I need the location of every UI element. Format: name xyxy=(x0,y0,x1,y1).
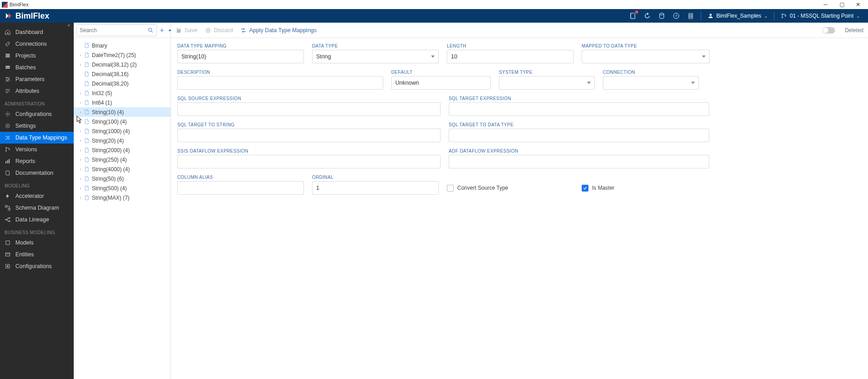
tree-item[interactable]: ›String(MAX) (7) xyxy=(74,193,171,202)
input-ordinal[interactable]: 1 xyxy=(312,181,439,195)
input-ssis-dataflow-expression[interactable] xyxy=(177,155,441,168)
tree-caret-icon[interactable]: › xyxy=(78,129,83,134)
tree-item[interactable]: ›String(1000) (4) xyxy=(74,126,171,136)
input-sql-target-expression[interactable] xyxy=(449,102,709,116)
checkbox-is-master[interactable]: Is Master xyxy=(582,181,708,195)
sidebar-item-settings[interactable]: Settings xyxy=(0,120,74,132)
sidebar-item-parameters[interactable]: Parameters xyxy=(0,73,74,85)
server-icon[interactable] xyxy=(683,9,698,23)
search-input-wrapper[interactable] xyxy=(76,24,157,36)
tree-item[interactable]: Decimal(38,20) xyxy=(74,79,171,88)
discard-button[interactable]: Discard xyxy=(205,27,233,34)
tree-item[interactable]: ›String(10) (4) xyxy=(74,107,171,117)
tree-caret-icon[interactable]: › xyxy=(78,158,83,162)
input-column-alias[interactable] xyxy=(177,181,304,195)
sidebar-item-data-type-mappings[interactable]: Data Type Mappings xyxy=(0,132,74,144)
tree-caret-icon[interactable]: › xyxy=(78,101,83,105)
tree-caret-icon[interactable]: › xyxy=(78,91,83,96)
tree-item-label: String(50) (6) xyxy=(92,176,124,182)
database-icon[interactable] xyxy=(655,9,669,23)
window-maximize-button[interactable]: ▢ xyxy=(834,0,850,9)
tree-item[interactable]: ›String(2000) (4) xyxy=(74,145,171,155)
svg-rect-31 xyxy=(9,221,10,221)
sidebar-item-accelerator[interactable]: Accelerator xyxy=(0,190,74,202)
input-sql-source-expression[interactable] xyxy=(177,102,441,116)
select-data-type[interactable]: String xyxy=(312,50,439,63)
window-close-button[interactable]: ✕ xyxy=(850,0,866,9)
version-selector[interactable]: 01 - MSSQL Starting Point ⌄ xyxy=(777,13,863,19)
customer-selector[interactable]: BimlFlex_Samples ⌄ xyxy=(704,13,771,19)
tree-item[interactable]: ›String(250) (4) xyxy=(74,155,171,164)
tree-item[interactable]: ›String(100) (4) xyxy=(74,117,171,126)
select-connection[interactable] xyxy=(603,76,699,90)
checkbox-convert-source-type[interactable]: Convert Source Type xyxy=(447,181,574,195)
label-column-alias: COLUMN ALIAS xyxy=(177,175,304,180)
deleted-label: Deleted xyxy=(845,27,863,34)
sidebar-item-configurations[interactable]: Configurations xyxy=(0,108,74,120)
tree-caret-icon[interactable]: › xyxy=(78,167,83,172)
window-title: BimlFlex xyxy=(9,2,28,7)
help-icon[interactable]: ? xyxy=(669,9,683,23)
sidebar-item-dashboard[interactable]: Dashboard xyxy=(0,26,74,38)
tree-caret-icon[interactable]: › xyxy=(78,139,83,143)
refresh-icon[interactable] xyxy=(640,9,655,23)
tree-item[interactable]: ›String(20) (4) xyxy=(74,136,171,145)
action-bar: Save Discard Apply Data Type Mappings De… xyxy=(171,23,868,38)
input-sql-target-to-data-type[interactable] xyxy=(449,129,709,142)
tree-caret-icon[interactable]: › xyxy=(78,110,83,115)
add-button[interactable] xyxy=(159,27,165,34)
document-icon xyxy=(84,100,90,106)
sidebar-item-data-lineage[interactable]: Data Lineage xyxy=(0,214,74,225)
search-icon xyxy=(147,27,154,34)
apply-mappings-button[interactable]: Apply Data Type Mappings xyxy=(240,27,317,34)
tree-item[interactable]: ›String(4000) (4) xyxy=(74,164,171,174)
sidebar-item-reports[interactable]: Reports xyxy=(0,155,74,167)
sidebar-item-models[interactable]: Models xyxy=(0,237,74,249)
search-input[interactable] xyxy=(80,27,147,34)
sidebar-item-connections[interactable]: Connections xyxy=(0,38,74,50)
select-mapped-to[interactable] xyxy=(582,50,710,63)
sidebar-collapse-button[interactable]: « xyxy=(0,23,74,26)
sidebar-item-attributes[interactable]: Attributes xyxy=(0,85,74,97)
sidebar-item-documentation[interactable]: Documentation xyxy=(0,167,74,179)
document-icon xyxy=(84,71,90,77)
tree-caret-icon[interactable]: › xyxy=(78,186,83,191)
sidebar-item-bconfigurations[interactable]: Configurations xyxy=(0,260,74,272)
tree-item[interactable]: ›Int64 (1) xyxy=(74,98,171,107)
svg-rect-30 xyxy=(9,217,10,218)
sidebar-item-schema-diagram[interactable]: Schema Diagram xyxy=(0,202,74,214)
tree-caret-icon[interactable]: › xyxy=(78,177,83,181)
input-description[interactable] xyxy=(177,76,383,90)
input-sql-target-to-string[interactable] xyxy=(177,129,441,142)
input-data-type-mapping[interactable]: String(10) xyxy=(177,50,304,63)
input-adf-dataflow-expression[interactable] xyxy=(449,155,709,168)
tree-item[interactable]: ›Decimal(38,12) (2) xyxy=(74,60,171,69)
tree-caret-icon[interactable]: › xyxy=(78,53,83,58)
window-minimize-button[interactable]: ─ xyxy=(817,0,834,9)
tree-item[interactable]: ›String(50) (6) xyxy=(74,174,171,183)
tree-caret-icon[interactable]: › xyxy=(78,148,83,153)
save-button[interactable]: Save xyxy=(175,27,198,34)
tree-item[interactable]: ›Int32 (5) xyxy=(74,88,171,98)
deleted-toggle[interactable] xyxy=(822,27,835,34)
tree-item[interactable]: Binary xyxy=(74,41,171,50)
sidebar-item-entities[interactable]: Entities xyxy=(0,249,74,260)
tree-caret-icon[interactable]: › xyxy=(78,120,83,124)
tree-caret-icon[interactable]: › xyxy=(78,196,83,200)
tree-item[interactable]: Decimal(38,16) xyxy=(74,69,171,79)
svg-rect-12 xyxy=(5,57,9,58)
sidebar-item-versions[interactable]: Versions xyxy=(0,144,74,155)
input-length[interactable]: 10 xyxy=(447,50,574,63)
sidebar-item-projects[interactable]: Projects xyxy=(0,50,74,62)
bolt-icon xyxy=(5,193,11,199)
tree-item[interactable]: ›DateTime2(7) (25) xyxy=(74,50,171,60)
svg-text:?: ? xyxy=(675,14,677,18)
sidebar-item-batches[interactable]: Batches xyxy=(0,62,74,73)
notifications-icon[interactable] xyxy=(626,9,640,23)
tree-caret-icon[interactable]: › xyxy=(78,62,83,67)
input-default[interactable]: Unknown xyxy=(391,76,491,90)
tree-item[interactable]: ›String(500) (4) xyxy=(74,183,171,193)
label-ssis: SSIS DATAFLOW EXPRESSION xyxy=(177,149,441,154)
svg-rect-29 xyxy=(5,219,7,220)
select-system-type[interactable] xyxy=(499,76,595,90)
